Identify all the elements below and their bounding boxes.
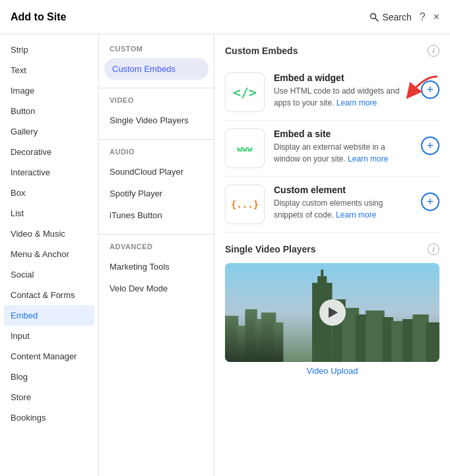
embed-site-learn-more[interactable]: Learn more <box>348 154 388 164</box>
middle-item-spotify[interactable]: Spotify Player <box>99 183 214 204</box>
embed-site-icon-box: www <box>225 129 265 168</box>
sidebar-item-content-manager[interactable]: Content Manager <box>0 346 98 367</box>
sidebar-item-interactive[interactable]: Interactive <box>0 162 98 183</box>
sidebar-item-input[interactable]: Input <box>0 326 98 346</box>
middle-item-single-video[interactable]: Single Video Players <box>99 109 214 131</box>
embed-site-text: Embed a site Display an external website… <box>274 129 412 165</box>
section-label-custom: CUSTOM <box>99 45 214 58</box>
embed-site-add-button[interactable]: + <box>421 136 439 155</box>
middle-item-marketing[interactable]: Marketing Tools <box>99 256 214 278</box>
section-label-audio: AUDIO <box>99 148 214 161</box>
header-controls: Search ? × <box>370 11 439 23</box>
embed-widget-add-button[interactable]: + <box>421 80 439 99</box>
close-button[interactable]: × <box>434 11 439 23</box>
svg-rect-16 <box>366 311 384 362</box>
page-title: Add to Site <box>11 11 66 23</box>
sidebar-item-text[interactable]: Text <box>0 60 98 80</box>
video-section-title-row: Single Video Players i <box>225 243 439 255</box>
custom-embeds-label: Custom Embeds <box>225 45 298 56</box>
section-label-video: VIDEO <box>99 96 214 109</box>
divider-3 <box>99 234 214 235</box>
embed-custom-add-button[interactable]: + <box>421 193 439 211</box>
embed-custom-element-item: {...} Custom element Display custom elem… <box>225 177 439 233</box>
svg-rect-21 <box>426 322 439 362</box>
embed-widget-desc: Use HTML code to add widgets and apps to… <box>274 85 412 109</box>
main-layout: Strip Text Image Button Gallery Decorati… <box>0 34 450 476</box>
middle-panel: CUSTOM Custom Embeds VIDEO Single Video … <box>99 34 214 476</box>
embed-custom-learn-more[interactable]: Learn more <box>336 210 376 220</box>
sidebar-item-strip[interactable]: Strip <box>0 40 98 60</box>
custom-embeds-info-icon[interactable]: i <box>428 45 439 57</box>
sidebar-item-blog[interactable]: Blog <box>0 367 98 387</box>
content-panel: Custom Embeds i </> Embed a widget Use H… <box>214 34 450 476</box>
svg-rect-8 <box>261 312 276 362</box>
embed-site-desc: Display an external website in a window … <box>274 141 412 165</box>
embed-widget-icon-box: </> <box>225 73 265 112</box>
video-info-icon[interactable]: i <box>428 243 439 255</box>
embed-widget-wrapper: </> Embed a widget Use HTML code to add … <box>225 65 439 121</box>
embed-custom-icon-box: {...} <box>225 185 265 224</box>
embed-widget-item: </> Embed a widget Use HTML code to add … <box>225 65 439 121</box>
search-label: Search <box>382 12 411 22</box>
search-icon <box>370 13 379 22</box>
embed-custom-text: Custom element Display custom elements u… <box>274 185 412 221</box>
svg-rect-4 <box>225 316 238 362</box>
sidebar-item-social[interactable]: Social <box>0 264 98 285</box>
sidebar-item-image[interactable]: Image <box>0 80 98 101</box>
embed-widget-text: Embed a widget Use HTML code to add widg… <box>274 73 412 109</box>
sidebar-item-contact-forms[interactable]: Contact & Forms <box>0 285 98 305</box>
embed-widget-learn-more[interactable]: Learn more <box>337 98 377 107</box>
middle-item-soundcloud[interactable]: SoundCloud Player <box>99 161 214 183</box>
site-www-icon: www <box>237 144 252 154</box>
sidebar-item-embed[interactable]: Embed <box>4 305 94 326</box>
svg-rect-9 <box>274 322 283 362</box>
left-sidebar: Strip Text Image Button Gallery Decorati… <box>0 34 99 476</box>
embed-widget-title: Embed a widget <box>274 73 412 83</box>
video-section-label: Single Video Players <box>225 244 315 254</box>
video-play-button[interactable] <box>319 299 346 326</box>
embed-site-item: www Embed a site Display an external web… <box>225 121 439 177</box>
sidebar-item-store[interactable]: Store <box>0 387 98 407</box>
video-upload-label[interactable]: Video Upload <box>225 366 439 376</box>
sidebar-item-bookings[interactable]: Bookings <box>0 407 98 428</box>
video-section: Single Video Players i <box>225 243 439 376</box>
svg-line-1 <box>375 18 379 21</box>
widget-code-icon: </> <box>233 84 257 100</box>
sidebar-item-list[interactable]: List <box>0 203 98 223</box>
embed-custom-title: Custom element <box>274 185 412 195</box>
app-header: Add to Site Search ? × <box>0 0 450 34</box>
embed-site-title: Embed a site <box>274 129 412 139</box>
middle-item-custom-embeds[interactable]: Custom Embeds <box>104 58 209 80</box>
sidebar-item-video-music[interactable]: Video & Music <box>0 223 98 244</box>
middle-item-velo[interactable]: Velo Dev Mode <box>99 278 214 299</box>
help-button[interactable]: ? <box>420 11 426 23</box>
divider-1 <box>99 88 214 88</box>
svg-rect-12 <box>321 270 323 280</box>
video-thumbnail[interactable] <box>225 263 439 362</box>
embed-custom-desc: Display custom elements using snippets o… <box>274 197 412 221</box>
sidebar-item-gallery[interactable]: Gallery <box>0 121 98 142</box>
middle-item-itunes[interactable]: iTunes Button <box>99 204 214 226</box>
sidebar-item-decorative[interactable]: Decorative <box>0 142 98 162</box>
custom-embeds-section-title: Custom Embeds i <box>225 45 439 57</box>
divider-2 <box>99 139 214 140</box>
section-label-advanced: ADVANCED <box>99 243 214 256</box>
sidebar-item-box[interactable]: Box <box>0 183 98 203</box>
search-button[interactable]: Search <box>370 12 411 22</box>
sidebar-item-button[interactable]: Button <box>0 101 98 121</box>
custom-element-icon: {...} <box>231 199 259 210</box>
sidebar-item-menu-anchor[interactable]: Menu & Anchor <box>0 244 98 264</box>
